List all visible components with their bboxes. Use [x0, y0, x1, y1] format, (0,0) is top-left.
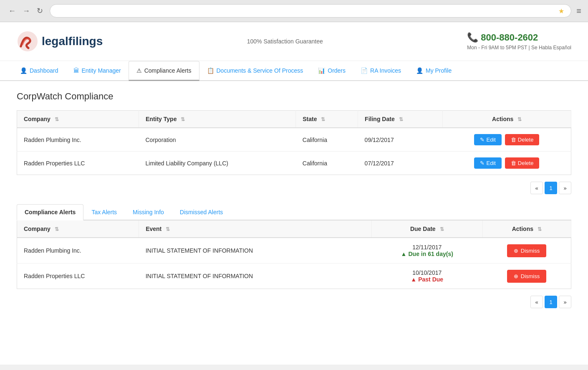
sort-state-icon[interactable]: ⇅: [321, 117, 325, 122]
alerts-pagination: « 1 »: [17, 296, 571, 308]
alerts-next-page-button[interactable]: »: [559, 296, 571, 308]
ra-invoices-icon: 📄: [361, 67, 368, 74]
nav-dashboard-label: Dashboard: [30, 67, 58, 74]
contact-area: 📞 800-880-2602 Mon - Fri 9AM to 5PM PST …: [467, 32, 571, 51]
sort-filing-icon[interactable]: ⇅: [399, 117, 403, 122]
prev-page-button[interactable]: «: [530, 182, 543, 194]
nav-orders[interactable]: 📊 Orders: [310, 61, 353, 81]
actions-cell: ✎ Edit 🗑 Delete: [443, 128, 571, 152]
due-status-past: ▲ Past Due: [378, 276, 476, 283]
page-title: CorpWatch Compliance: [17, 91, 571, 102]
alert-company: Radden Properties LLC: [17, 264, 139, 289]
edit-button[interactable]: ✎ Edit: [474, 134, 501, 145]
sort-alerts-actions-icon: ⇅: [538, 226, 542, 232]
current-page-button[interactable]: 1: [545, 182, 557, 194]
sort-alerts-event-icon[interactable]: ⇅: [166, 226, 170, 232]
delete-icon: 🗑: [511, 137, 516, 143]
back-button[interactable]: ←: [7, 6, 18, 16]
dismiss-icon: ⊕: [514, 248, 518, 254]
entity-manager-icon: 🏛: [73, 67, 79, 74]
phone-text: 800-880-2602: [481, 32, 538, 43]
forward-button[interactable]: →: [21, 6, 32, 16]
dismiss-icon: ⊕: [514, 273, 518, 279]
nav-documents[interactable]: 📋 Documents & Service Of Process: [199, 61, 311, 81]
bookmark-icon[interactable]: ★: [558, 7, 564, 15]
nav-dashboard[interactable]: 👤 Dashboard: [13, 61, 66, 81]
tab-missing-info[interactable]: Missing Info: [125, 204, 172, 220]
sort-actions-icon: ⇅: [517, 117, 522, 122]
alerts-col-due-date: Due Date ⇅: [371, 220, 482, 238]
table-row: Radden Plumbing Inc. Corporation Califor…: [17, 128, 571, 152]
sort-alerts-duedate-icon[interactable]: ⇅: [440, 226, 444, 232]
alert-actions-cell: ⊕ Dismiss: [482, 238, 571, 264]
edit-button[interactable]: ✎ Edit: [474, 157, 501, 169]
state: California: [296, 152, 358, 175]
sort-alerts-company-icon[interactable]: ⇅: [55, 226, 59, 232]
documents-icon: 📋: [207, 67, 214, 74]
my-profile-icon: 👤: [416, 67, 423, 74]
alert-company: Radden Plumbing Inc.: [17, 238, 139, 264]
nav-my-profile[interactable]: 👤 My Profile: [409, 61, 459, 81]
site-header: legalfilings 100% Satisfaction Guarantee…: [0, 22, 588, 61]
alerts-table: Company ⇅ Event ⇅ Due Date ⇅ Actions ⇅: [17, 220, 571, 289]
col-entity-type: Entity Type ⇅: [139, 111, 296, 128]
nav-ra-invoices-label: RA Invoices: [370, 67, 401, 74]
col-company: Company ⇅: [17, 111, 139, 128]
edit-icon: ✎: [480, 160, 485, 166]
page-wrapper: legalfilings 100% Satisfaction Guarantee…: [0, 22, 588, 365]
tab-compliance-alerts[interactable]: Compliance Alerts: [17, 204, 83, 220]
satisfaction-guarantee: 100% Satisfaction Guarantee: [247, 38, 323, 45]
nav-documents-label: Documents & Service Of Process: [217, 67, 303, 74]
dashboard-icon: 👤: [20, 67, 27, 74]
col-filing-date: Filing Date ⇅: [358, 111, 443, 128]
main-nav: 👤 Dashboard 🏛 Entity Manager ⚠ Complianc…: [0, 61, 588, 81]
alert-actions-cell: ⊕ Dismiss: [482, 264, 571, 289]
table-row: Radden Properties LLC INITIAL STATEMENT …: [17, 264, 571, 289]
due-date-cell: 12/11/2017 ▲ Due in 61 day(s): [371, 238, 482, 264]
sort-company-icon[interactable]: ⇅: [55, 117, 59, 122]
delete-button[interactable]: 🗑 Delete: [505, 157, 540, 169]
alerts-current-page-button[interactable]: 1: [545, 296, 557, 308]
main-content: CorpWatch Compliance Company ⇅ Entity Ty…: [0, 81, 588, 328]
logo-icon: [17, 30, 38, 52]
nav-orders-label: Orders: [328, 67, 346, 74]
phone-icon: 📞: [467, 32, 478, 43]
compliance-alerts-icon: ⚠: [136, 67, 142, 74]
nav-entity-manager-label: Entity Manager: [82, 67, 121, 74]
contact-hours: Mon - Fri 9AM to 5PM PST | Se Habla Espa…: [467, 45, 571, 51]
tab-dismissed-alerts[interactable]: Dismissed Alerts: [172, 204, 231, 220]
alerts-col-company: Company ⇅: [17, 220, 139, 238]
entity-type: Corporation: [139, 128, 296, 152]
corpwatch-table: Company ⇅ Entity Type ⇅ State ⇅ Filing D…: [17, 110, 571, 175]
corpwatch-table-header: Company ⇅ Entity Type ⇅ State ⇅ Filing D…: [17, 111, 571, 128]
warning-icon-red: ▲: [411, 276, 416, 283]
orders-icon: 📊: [318, 67, 325, 74]
dismiss-button[interactable]: ⊕ Dismiss: [507, 270, 547, 283]
browser-nav-buttons: ← → ↻: [7, 5, 45, 16]
browser-menu-icon[interactable]: ≡: [576, 6, 581, 16]
dismiss-button[interactable]: ⊕ Dismiss: [507, 244, 547, 257]
nav-ra-invoices[interactable]: 📄 RA Invoices: [353, 61, 409, 81]
col-state: State ⇅: [296, 111, 358, 128]
refresh-button[interactable]: ↻: [35, 5, 45, 16]
alerts-section: Compliance Alerts Tax Alerts Missing Inf…: [17, 204, 571, 308]
logo-text: legalfilings: [42, 35, 103, 48]
company-name: Radden Plumbing Inc.: [17, 128, 139, 152]
filing-date: 09/12/2017: [358, 128, 443, 152]
nav-compliance-alerts[interactable]: ⚠ Compliance Alerts: [129, 61, 199, 81]
tab-tax-alerts[interactable]: Tax Alerts: [83, 204, 125, 220]
alerts-col-event: Event ⇅: [139, 220, 372, 238]
address-bar[interactable]: https://www.legalfilings.com/compliance-…: [50, 4, 571, 18]
url-input[interactable]: https://www.legalfilings.com/compliance-…: [57, 8, 555, 14]
delete-button[interactable]: 🗑 Delete: [505, 134, 540, 145]
next-page-button[interactable]: »: [559, 182, 571, 194]
col-actions: Actions ⇅: [443, 111, 571, 128]
warning-icon-green: ▲: [401, 251, 407, 257]
sort-entity-icon[interactable]: ⇅: [181, 117, 185, 122]
due-status: ▲ Due in 61 day(s): [378, 251, 476, 257]
alerts-prev-page-button[interactable]: «: [530, 296, 543, 308]
due-date-cell: 10/10/2017 ▲ Past Due: [371, 264, 482, 289]
logo-area: legalfilings: [17, 30, 103, 52]
nav-entity-manager[interactable]: 🏛 Entity Manager: [66, 61, 129, 81]
actions-cell: ✎ Edit 🗑 Delete: [443, 152, 571, 175]
